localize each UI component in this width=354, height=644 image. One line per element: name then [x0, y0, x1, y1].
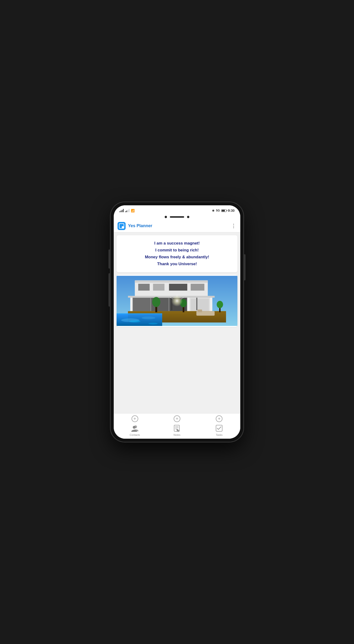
add-note-button[interactable]: + [174, 416, 180, 422]
svg-point-28 [141, 316, 155, 320]
add-buttons-row: + + + [114, 414, 240, 423]
network-type: 5G [216, 209, 220, 212]
camera-dot-2 [187, 216, 189, 218]
svg-rect-8 [191, 284, 205, 291]
signal-bars-1 [119, 209, 124, 212]
svg-rect-26 [117, 313, 162, 314]
svg-rect-4 [135, 280, 208, 282]
camera-notch [114, 216, 240, 220]
speaker-grille [170, 216, 184, 218]
add-contact-button[interactable]: + [131, 416, 138, 422]
camera-dot-1 [165, 216, 167, 218]
svg-point-42 [148, 323, 157, 324]
status-right: ✱ 5G 9:30 [212, 209, 235, 212]
app-logo [117, 222, 126, 230]
status-bar: 📶 ✱ 5G 9:30 [114, 205, 240, 216]
main-content: I am a success magnet! I commit to being… [114, 232, 240, 413]
svg-rect-18 [196, 298, 197, 310]
bluetooth-icon: ✱ [212, 209, 215, 212]
svg-rect-1 [122, 226, 124, 228]
affirmation-line-4: Thank you Universe! [120, 261, 234, 268]
bottom-nav: + + + [114, 413, 240, 439]
nav-items-row: Contacts [114, 423, 240, 439]
svg-point-41 [129, 320, 141, 322]
vision-board-card [117, 275, 237, 327]
affirmation-line-3: Money flows freely & abundantly! [120, 254, 234, 261]
status-left: 📶 [119, 209, 135, 212]
svg-rect-5 [138, 284, 150, 291]
house-image [117, 275, 237, 327]
notes-label: Notes [174, 434, 181, 436]
contacts-icon [131, 424, 139, 432]
status-time: 9:30 [228, 209, 235, 212]
nav-item-contacts[interactable]: Contacts [114, 424, 156, 436]
svg-rect-16 [128, 296, 215, 298]
logo-svg [119, 224, 124, 228]
phone-screen: 📶 ✱ 5G 9:30 [114, 205, 240, 439]
svg-point-36 [217, 301, 223, 308]
house-scene-svg [117, 275, 237, 327]
svg-point-44 [133, 426, 136, 429]
app-bar: Yes Planner ⋮ [114, 220, 240, 232]
more-options-button[interactable]: ⋮ [231, 223, 237, 229]
affirmation-line-2: I commit to being rich! [120, 247, 234, 254]
svg-rect-30 [198, 310, 202, 312]
tasks-icon [215, 424, 223, 432]
battery-indicator [221, 209, 227, 212]
svg-rect-7 [169, 284, 187, 291]
svg-point-32 [152, 297, 160, 307]
nav-item-tasks[interactable]: Tasks [198, 424, 240, 436]
nav-item-notes[interactable]: Notes [156, 424, 198, 436]
wifi-icon: 📶 [131, 209, 135, 212]
tasks-label: Tasks [216, 434, 223, 436]
affirmation-line-1: I am a success magnet! [120, 240, 234, 247]
signal-bars-2 [125, 209, 129, 212]
svg-rect-6 [153, 284, 164, 291]
add-task-button[interactable]: + [216, 416, 223, 422]
svg-rect-15 [191, 298, 209, 311]
app-title: Yes Planner [128, 224, 231, 228]
notes-icon [173, 424, 181, 432]
svg-rect-11 [133, 298, 150, 311]
phone-device: 📶 ✱ 5G 9:30 [110, 202, 244, 442]
contacts-label: Contacts [130, 434, 140, 436]
affirmations-card: I am a success magnet! I commit to being… [117, 235, 237, 272]
